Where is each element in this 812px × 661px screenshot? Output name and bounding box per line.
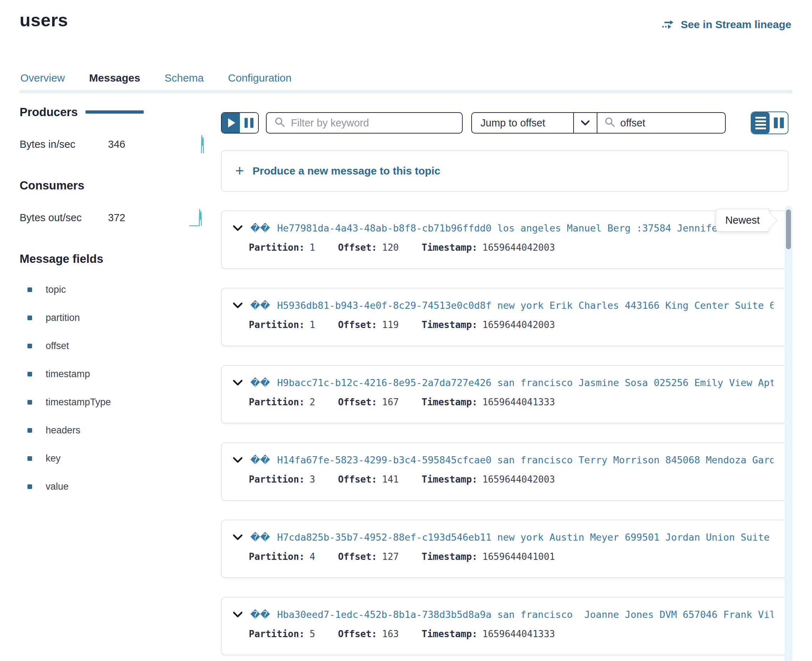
- timestamp-meta: Timestamp:1659644041001: [422, 551, 555, 562]
- field-item-timestampType[interactable]: timestampType: [19, 388, 205, 416]
- stream-lineage-icon: [661, 19, 676, 30]
- keyword-filter: [266, 112, 463, 134]
- timestamp-meta: Timestamp:1659644042003: [422, 474, 555, 485]
- partition-meta: Partition:1: [249, 242, 315, 253]
- bytes-out-value: 372: [108, 212, 125, 224]
- search-icon: [605, 117, 615, 129]
- plus-icon: +: [235, 163, 244, 179]
- tab-configuration[interactable]: Configuration: [227, 70, 292, 90]
- message-summary: H5936db81-b943-4e0f-8c29-74513e0c0d8f ne…: [277, 300, 774, 311]
- message-fields-section: Message fields topic partition offset ti…: [19, 252, 205, 501]
- field-bullet-icon: [27, 484, 32, 489]
- messages-toolbar: Jump to offset: [221, 112, 788, 134]
- field-bullet-icon: [27, 428, 32, 433]
- partition-meta: Partition:5: [249, 629, 315, 639]
- field-bullet-icon: [27, 316, 32, 320]
- field-item-timestamp[interactable]: timestamp: [19, 360, 205, 388]
- field-bullet-icon: [27, 344, 32, 348]
- message-row[interactable]: �� H5936db81-b943-4e0f-8c29-74513e0c0d8f…: [221, 288, 788, 346]
- message-summary: He77981da-4a43-48ab-b8f8-cb71b96ffdd0 lo…: [277, 223, 770, 234]
- chevron-down-icon[interactable]: [232, 225, 243, 232]
- chevron-down-icon[interactable]: [232, 611, 243, 618]
- field-item-value[interactable]: value: [19, 473, 205, 501]
- consumers-section: Consumers Bytes out/sec 372: [19, 179, 205, 228]
- key-glyphs: ��: [250, 300, 270, 311]
- tab-schema[interactable]: Schema: [163, 70, 204, 90]
- partition-meta: Partition:1: [249, 319, 315, 330]
- newest-tooltip-label: Newest: [726, 214, 760, 226]
- message-row[interactable]: �� H14fa67fe-5823-4299-b3c4-595845cfcae0…: [221, 442, 788, 501]
- messages-panel: Jump to offset + Produce a new message t…: [221, 107, 788, 655]
- timestamp-meta: Timestamp:1659644042003: [422, 242, 555, 253]
- message-row[interactable]: �� H9bacc71c-b12c-4216-8e95-2a7da727e426…: [221, 365, 788, 423]
- play-icon: [228, 118, 235, 128]
- produce-message-button[interactable]: + Produce a new message to this topic: [221, 150, 788, 192]
- chevron-down-icon[interactable]: [232, 457, 243, 464]
- stream-lineage-label: See in Stream lineage: [681, 19, 791, 30]
- timestamp-meta: Timestamp:1659644042003: [422, 319, 555, 330]
- consumers-heading: Consumers: [19, 179, 205, 192]
- timestamp-meta: Timestamp:1659644041333: [422, 629, 555, 639]
- metrics-sidebar: Producers Bytes in/sec 346 Consumers Byt…: [19, 105, 205, 501]
- keyword-filter-input[interactable]: [291, 117, 454, 129]
- message-fields-heading: Message fields: [19, 252, 205, 266]
- jump-to-offset-value: Jump to offset: [472, 113, 573, 133]
- chevron-down-icon[interactable]: [232, 379, 243, 386]
- message-row[interactable]: �� H7cda825b-35b7-4952-88ef-c193d546eb11…: [221, 520, 788, 578]
- field-bullet-icon: [27, 287, 32, 292]
- tab-messages[interactable]: Messages: [88, 70, 141, 90]
- offset-meta: Offset:119: [338, 319, 399, 330]
- bytes-in-sparkline: [194, 133, 205, 155]
- offset-meta: Offset:141: [338, 474, 399, 485]
- search-icon: [274, 117, 285, 129]
- offset-meta: Offset:127: [338, 551, 399, 562]
- tab-overview[interactable]: Overview: [19, 70, 66, 90]
- timestamp-meta: Timestamp:1659644041333: [422, 397, 555, 407]
- offset-meta: Offset:163: [338, 629, 399, 639]
- tab-underline-track: [19, 90, 793, 93]
- message-row[interactable]: �� Hba30eed7-1edc-452b-8b1a-738d3b5d8a9a…: [221, 597, 788, 655]
- field-bullet-icon: [27, 400, 32, 405]
- message-summary: Hba30eed7-1edc-452b-8b1a-738d3b5d8a9a sa…: [277, 609, 774, 620]
- offset-meta: Offset:120: [338, 242, 399, 253]
- field-item-key[interactable]: key: [19, 444, 205, 473]
- topic-page: users See in Stream lineage Overview Mes…: [0, 0, 812, 661]
- chevron-down-icon[interactable]: [232, 534, 243, 541]
- pause-button[interactable]: [240, 113, 258, 133]
- produce-message-label: Produce a new message to this topic: [253, 165, 440, 177]
- offset-search-input[interactable]: [620, 117, 718, 129]
- offset-search: [597, 112, 726, 134]
- message-row[interactable]: �� He77981da-4a43-48ab-b8f8-cb71b96ffdd0…: [221, 211, 788, 269]
- bytes-in-metric: Bytes in/sec 346: [19, 133, 205, 155]
- page-title: users: [19, 10, 68, 30]
- jump-to-offset-select[interactable]: Jump to offset: [471, 112, 597, 134]
- field-item-offset[interactable]: offset: [19, 332, 205, 360]
- message-summary: H9bacc71c-b12c-4216-8e95-2a7da727e426 sa…: [277, 377, 774, 388]
- bytes-in-label: Bytes in/sec: [19, 139, 108, 150]
- partition-meta: Partition:3: [249, 474, 315, 485]
- bytes-out-sparkline: [189, 206, 205, 228]
- partition-meta: Partition:2: [249, 397, 315, 407]
- chevron-down-icon[interactable]: [232, 302, 243, 309]
- key-glyphs: ��: [250, 532, 270, 543]
- field-item-partition[interactable]: partition: [19, 304, 205, 332]
- bytes-out-label: Bytes out/sec: [19, 212, 108, 224]
- chevron-down-icon: [573, 113, 597, 133]
- messages-scrollbar-thumb[interactable]: [786, 209, 791, 249]
- column-view-button[interactable]: [770, 112, 788, 134]
- bytes-in-value: 346: [108, 139, 125, 150]
- active-tab-indicator: [86, 110, 144, 113]
- list-view-button[interactable]: [751, 112, 770, 134]
- field-item-headers[interactable]: headers: [19, 416, 205, 444]
- pause-icon: [245, 118, 253, 128]
- messages-scrollbar-track[interactable]: [785, 206, 793, 661]
- view-mode-toggle: [751, 112, 788, 134]
- tab-bar: Overview Messages Schema Configuration: [19, 70, 793, 93]
- field-item-topic[interactable]: topic: [19, 276, 205, 304]
- play-button[interactable]: [222, 113, 240, 133]
- key-glyphs: ��: [250, 609, 270, 620]
- play-pause-toggle: [221, 112, 259, 134]
- see-in-stream-lineage-link[interactable]: See in Stream lineage: [661, 19, 791, 30]
- offset-meta: Offset:167: [338, 397, 399, 407]
- list-view-icon: [755, 117, 766, 129]
